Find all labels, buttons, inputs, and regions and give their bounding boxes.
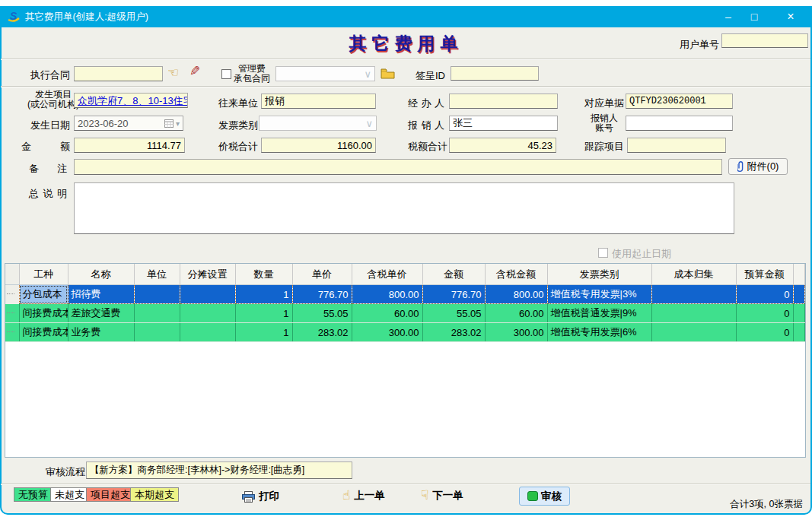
date-range-checkbox[interactable] bbox=[598, 248, 608, 258]
reimburser-input[interactable] bbox=[449, 116, 558, 131]
doc-no-input[interactable] bbox=[626, 94, 733, 109]
table-cell[interactable]: 283.02 bbox=[422, 323, 485, 342]
table-cell[interactable] bbox=[180, 304, 235, 323]
approve-label: 审核 bbox=[541, 490, 562, 503]
table-cell[interactable]: 0 bbox=[736, 285, 793, 304]
hand-down-icon: ☟ bbox=[421, 490, 428, 502]
invoice-type-dropdown[interactable]: ∨ bbox=[259, 116, 377, 131]
table-cell[interactable]: 增值税专用发票|3% bbox=[547, 285, 651, 304]
print-button[interactable]: 打印 bbox=[242, 490, 279, 503]
table-cell[interactable] bbox=[651, 285, 736, 304]
column-header[interactable]: 单价 bbox=[292, 264, 352, 285]
chevron-down-icon: ∨ bbox=[364, 68, 371, 80]
table-cell[interactable] bbox=[651, 323, 736, 342]
maximize-button[interactable]: □ bbox=[741, 8, 767, 25]
column-header[interactable]: 分摊设置 bbox=[180, 264, 235, 285]
minimize-button[interactable]: – bbox=[715, 8, 741, 25]
next-doc-button[interactable]: ☟ 下一单 bbox=[421, 489, 463, 503]
account-label-line1: 报销人 bbox=[591, 113, 618, 123]
table-cell[interactable]: 0 bbox=[736, 304, 793, 323]
approve-button[interactable]: 审核 bbox=[519, 487, 570, 506]
user-no-label: 用户单号 bbox=[680, 38, 719, 52]
table-cell[interactable] bbox=[134, 304, 180, 323]
column-header-spacer bbox=[793, 264, 805, 285]
table-row[interactable]: 间接费成本差旅交通费155.0560.0055.0560.00增值税普通发票|9… bbox=[5, 304, 805, 323]
amount-input[interactable] bbox=[74, 138, 185, 153]
table-row[interactable]: 分包成本招待费1776.70800.00776.70800.00增值税专用发票|… bbox=[5, 285, 805, 304]
remark-input[interactable] bbox=[74, 159, 722, 175]
account-input[interactable] bbox=[626, 116, 733, 131]
table-cell[interactable]: 差旅交通费 bbox=[68, 304, 134, 323]
sign-id-input[interactable] bbox=[451, 66, 539, 81]
account-label-line2: 账号 bbox=[595, 122, 613, 133]
table-cell[interactable]: 300.00 bbox=[352, 323, 422, 342]
table-cell[interactable]: 间接费成本 bbox=[19, 304, 68, 323]
table-cell[interactable]: 283.02 bbox=[292, 323, 352, 342]
select-contract-hand-icon[interactable]: ☜ bbox=[167, 67, 179, 79]
column-header[interactable]: 工种 bbox=[19, 264, 68, 285]
table-cell[interactable]: 间接费成本 bbox=[19, 323, 68, 342]
table-row[interactable]: 间接费成本业务费1283.02300.00283.02300.00增值税专用发票… bbox=[5, 323, 805, 342]
table-cell[interactable]: 1 bbox=[235, 304, 292, 323]
row-indicator[interactable] bbox=[5, 285, 19, 304]
amount-label: 金 额 bbox=[21, 140, 70, 154]
user-no-input[interactable] bbox=[721, 33, 808, 48]
project-link[interactable]: 众凯学府7、8、10-13住宅楼 bbox=[74, 93, 188, 108]
close-button[interactable]: × bbox=[778, 8, 804, 25]
total-with-tax-input[interactable] bbox=[261, 138, 376, 153]
tax-total-input[interactable] bbox=[449, 138, 556, 153]
table-cell[interactable] bbox=[134, 285, 180, 304]
table-cell[interactable] bbox=[180, 323, 235, 342]
column-header[interactable]: 发票类别 bbox=[547, 264, 651, 285]
remark-label: 备 注 bbox=[29, 162, 67, 176]
table-cell[interactable]: 776.70 bbox=[292, 285, 352, 304]
table-cell[interactable]: 业务费 bbox=[68, 323, 134, 342]
approval-flow-field[interactable]: 【新方案】商务部经理:[李林林]->财务经理:[曲志勇] bbox=[86, 461, 352, 479]
table-cell[interactable]: 55.05 bbox=[422, 304, 485, 323]
table-cell[interactable]: 增值税专用发票|6% bbox=[547, 323, 651, 342]
table-cell[interactable]: 55.05 bbox=[292, 304, 352, 323]
tracking-input[interactable] bbox=[627, 138, 726, 153]
table-cell[interactable]: 招待费 bbox=[68, 285, 134, 304]
handler-input[interactable] bbox=[449, 94, 558, 109]
prev-doc-label: 上一单 bbox=[354, 489, 385, 503]
attachment-button[interactable]: 附件(0) bbox=[728, 158, 788, 175]
column-header[interactable]: 数量 bbox=[235, 264, 292, 285]
table-cell[interactable]: 60.00 bbox=[485, 304, 547, 323]
table-cell[interactable] bbox=[180, 285, 235, 304]
folder-icon[interactable] bbox=[381, 68, 395, 79]
column-header[interactable]: 单位 bbox=[134, 264, 180, 285]
legend-chip: 未超支 bbox=[50, 487, 89, 502]
column-header[interactable]: 含税单价 bbox=[352, 264, 422, 285]
table-cell-spacer bbox=[793, 323, 805, 342]
exec-contract-input[interactable] bbox=[74, 66, 163, 81]
table-cell[interactable]: 增值税普通发票|9% bbox=[547, 304, 651, 323]
mgmt-fee-dropdown[interactable]: ∨ bbox=[275, 66, 375, 81]
row-indicator[interactable] bbox=[5, 304, 19, 323]
table-cell[interactable]: 800.00 bbox=[352, 285, 422, 304]
summary-textarea[interactable] bbox=[74, 182, 734, 234]
column-header[interactable]: 含税金额 bbox=[485, 264, 547, 285]
table-cell[interactable]: 776.70 bbox=[422, 285, 485, 304]
table-cell[interactable] bbox=[134, 323, 180, 342]
table-cell[interactable]: 60.00 bbox=[352, 304, 422, 323]
row-indicator[interactable] bbox=[5, 323, 19, 342]
counterpart-label: 往来单位 bbox=[218, 97, 258, 110]
counterpart-input[interactable] bbox=[261, 94, 376, 109]
edit-pencil-icon[interactable]: ✎ bbox=[189, 65, 200, 78]
column-header[interactable]: 成本归集 bbox=[651, 264, 736, 285]
table-cell[interactable]: 800.00 bbox=[485, 285, 547, 304]
table-cell[interactable] bbox=[651, 304, 736, 323]
table-cell[interactable]: 1 bbox=[235, 285, 292, 304]
column-header[interactable]: 预算金额 bbox=[736, 264, 793, 285]
date-dropdown-arrow-icon: ▾ bbox=[176, 119, 180, 128]
table-cell[interactable]: 300.00 bbox=[485, 323, 547, 342]
prev-doc-button[interactable]: ☝ 上一单 bbox=[342, 489, 385, 503]
table-cell[interactable]: 分包成本 bbox=[19, 285, 68, 304]
table-cell[interactable]: 0 bbox=[736, 323, 793, 342]
column-header[interactable]: 金额 bbox=[422, 264, 485, 285]
column-header[interactable]: 名称 bbox=[68, 264, 134, 285]
table-cell[interactable]: 1 bbox=[235, 323, 292, 342]
mgmt-fee-checkbox[interactable] bbox=[221, 69, 231, 79]
date-picker[interactable]: 2023-06-20 ▾ bbox=[74, 116, 183, 131]
